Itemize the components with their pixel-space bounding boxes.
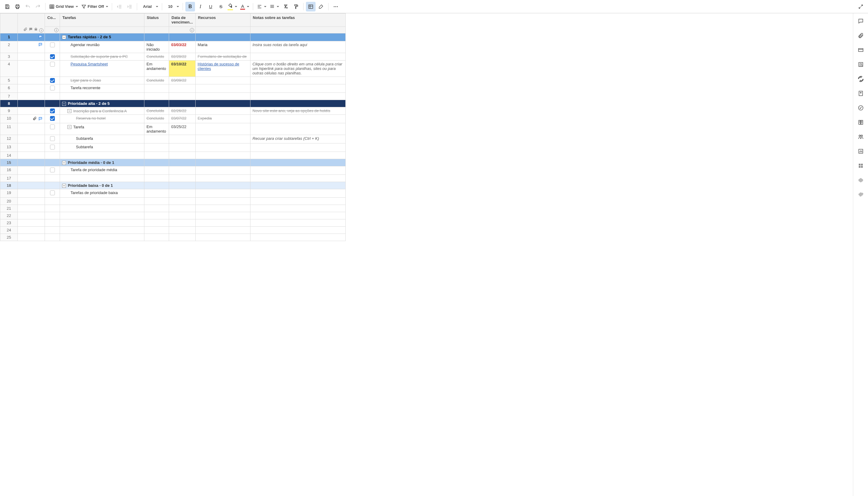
- resource-cell[interactable]: [195, 77, 250, 84]
- date-cell[interactable]: 03/25/22: [169, 123, 196, 135]
- row-number[interactable]: 11: [0, 123, 18, 135]
- view-switcher[interactable]: Grid View: [48, 2, 79, 12]
- checkbox[interactable]: [50, 136, 55, 141]
- notes-cell[interactable]: Insira suas notas da tarefa aqui: [250, 41, 345, 53]
- resource-cell[interactable]: Formulário de solicitação de: [195, 53, 250, 61]
- checkbox-cell[interactable]: [45, 123, 60, 135]
- resource-cell[interactable]: [195, 143, 250, 152]
- status-cell[interactable]: Concluído: [144, 115, 169, 123]
- status-cell[interactable]: [144, 135, 169, 143]
- task-cell[interactable]: −Inscrição para a Conferência A: [60, 107, 144, 115]
- table-row[interactable]: 4Pesquisa SmartsheetEm andamento03/10/22…: [0, 61, 346, 77]
- task-cell[interactable]: Subtarefa: [60, 135, 144, 143]
- collapse-icon[interactable]: −: [62, 184, 66, 188]
- indent-button[interactable]: [125, 2, 135, 12]
- status-cell[interactable]: Em andamento: [144, 123, 169, 135]
- section-title[interactable]: −Prioridade alta - 2 de 5: [60, 100, 144, 107]
- section-title[interactable]: −Prioridade baixa - 0 de 1: [60, 182, 144, 189]
- row-number[interactable]: 19: [0, 189, 18, 198]
- checkbox[interactable]: [50, 108, 55, 113]
- align-horizontal-button[interactable]: [255, 2, 268, 12]
- section-title[interactable]: −Tarefas rápidas - 2 de 5: [60, 33, 144, 41]
- notes-cell[interactable]: [250, 115, 345, 123]
- activity-log-button[interactable]: [857, 104, 864, 111]
- comment-icon[interactable]: [38, 117, 43, 122]
- checkbox[interactable]: [50, 168, 55, 172]
- column-header-resource[interactable]: Recursos: [195, 14, 250, 27]
- date-cell[interactable]: 02/26/22: [169, 107, 196, 115]
- save-button[interactable]: [2, 2, 12, 12]
- resource-cell[interactable]: [195, 166, 250, 175]
- row-number[interactable]: 17: [0, 175, 18, 182]
- column-header-notes[interactable]: Notas sobre as tarefas: [250, 14, 345, 27]
- notes-cell[interactable]: [250, 77, 345, 84]
- italic-button[interactable]: I: [196, 2, 205, 12]
- highlight-button[interactable]: [316, 2, 326, 12]
- checkbox[interactable]: [50, 145, 55, 150]
- table-row[interactable]: 10 Reserva no hotelConcluído03/07/22Expe…: [0, 115, 346, 123]
- table-row[interactable]: 25: [0, 234, 346, 241]
- bold-button[interactable]: B: [185, 2, 195, 12]
- checkbox-cell[interactable]: [45, 115, 60, 123]
- table-row[interactable]: 12SubtarefaRecuar para criar subtarefas …: [0, 135, 346, 143]
- status-cell[interactable]: [144, 166, 169, 175]
- underline-button[interactable]: U: [206, 2, 216, 12]
- row-number[interactable]: 22: [0, 212, 18, 219]
- checkbox-cell[interactable]: [45, 61, 60, 77]
- row-number[interactable]: 3: [0, 53, 18, 61]
- checkbox[interactable]: [50, 116, 55, 121]
- wrap-text-button[interactable]: [306, 2, 315, 12]
- notes-cell[interactable]: [250, 166, 345, 175]
- salesforce-button[interactable]: [857, 191, 864, 198]
- row-number[interactable]: 24: [0, 227, 18, 234]
- row-number[interactable]: 18: [0, 182, 18, 189]
- row-number[interactable]: 7: [0, 93, 18, 100]
- checkbox-cell[interactable]: [45, 189, 60, 198]
- checkbox-cell[interactable]: [45, 166, 60, 175]
- resource-cell[interactable]: [195, 189, 250, 198]
- proofs-button[interactable]: [857, 46, 864, 53]
- date-cell[interactable]: [169, 166, 196, 175]
- date-cell[interactable]: 03/09/22: [169, 77, 196, 84]
- section-row[interactable]: 18−Prioridade baixa - 0 de 1: [0, 182, 346, 189]
- resource-cell[interactable]: [195, 123, 250, 135]
- table-row[interactable]: 7: [0, 93, 346, 100]
- table-row[interactable]: 22: [0, 212, 346, 219]
- resource-cell[interactable]: [195, 84, 250, 93]
- date-cell[interactable]: [169, 189, 196, 198]
- checkbox[interactable]: [50, 43, 55, 47]
- date-cell[interactable]: [169, 135, 196, 143]
- date-cell[interactable]: 03/03/22: [169, 41, 196, 53]
- task-cell[interactable]: Tarefas de prioridade baixa: [60, 189, 144, 198]
- font-size-select[interactable]: [165, 2, 180, 12]
- comment-icon[interactable]: [38, 43, 43, 48]
- row-number[interactable]: 4: [0, 61, 18, 77]
- table-row[interactable]: 23: [0, 219, 346, 227]
- checkbox-cell[interactable]: [45, 53, 60, 61]
- connector-button[interactable]: [857, 176, 864, 184]
- column-header-status[interactable]: Status: [144, 14, 169, 27]
- notes-cell[interactable]: Clique com o botão direito em uma célula…: [250, 61, 345, 77]
- resource-cell[interactable]: [195, 107, 250, 115]
- checkbox[interactable]: [50, 62, 55, 66]
- notes-cell[interactable]: [250, 189, 345, 198]
- status-cell[interactable]: [144, 189, 169, 198]
- checkbox-cell[interactable]: [45, 143, 60, 152]
- table-row[interactable]: 17: [0, 175, 346, 182]
- table-row[interactable]: 24: [0, 227, 346, 234]
- undo-button[interactable]: [23, 2, 33, 12]
- notes-cell[interactable]: [250, 84, 345, 93]
- status-cell[interactable]: Não iniciado: [144, 41, 169, 53]
- notes-cell[interactable]: [250, 53, 345, 61]
- resource-cell[interactable]: Maria: [195, 41, 250, 53]
- task-cell[interactable]: −Tarefa: [60, 123, 144, 135]
- table-row[interactable]: 2Agendar reuniãoNão iniciado03/03/22Mari…: [0, 41, 346, 53]
- status-cell[interactable]: Em andamento: [144, 61, 169, 77]
- table-row[interactable]: 6Tarefa recorrente: [0, 84, 346, 93]
- row-number[interactable]: 25: [0, 234, 18, 241]
- task-cell[interactable]: Solicitação de suporte para o PC: [60, 53, 144, 61]
- column-header-checkbox[interactable]: Co...: [45, 14, 60, 27]
- row-number[interactable]: 20: [0, 198, 18, 205]
- task-cell[interactable]: Pesquisa Smartsheet: [60, 61, 144, 77]
- row-number[interactable]: 9: [0, 107, 18, 115]
